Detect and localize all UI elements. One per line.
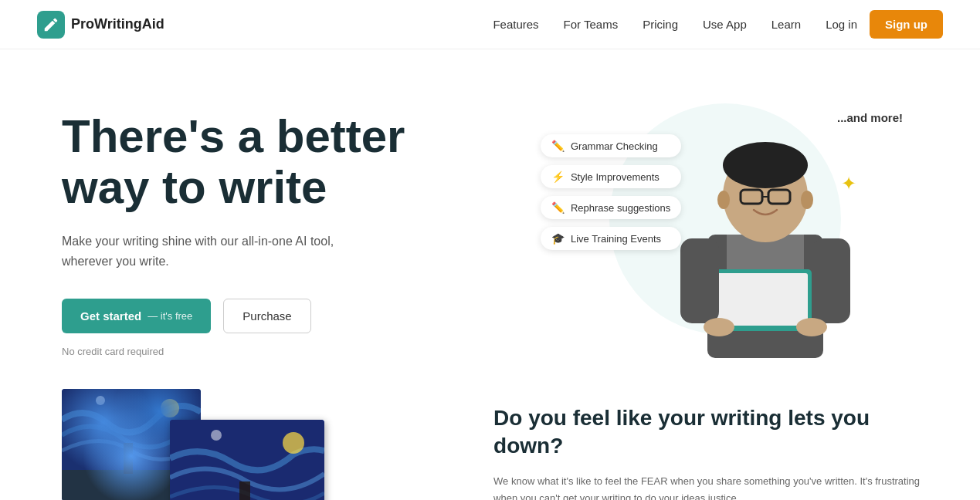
svg-rect-10 <box>812 238 850 323</box>
style-icon: ⚡ <box>551 171 565 183</box>
svg-point-12 <box>796 318 827 336</box>
signup-button[interactable]: Sign up <box>870 10 943 39</box>
svg-point-22 <box>211 430 222 441</box>
chip-training: 🎓 Live Training Events <box>541 227 681 250</box>
painting-area: My idea in my head <box>62 389 447 500</box>
svg-rect-9 <box>680 238 719 323</box>
second-content: Do you feel like your writing lets you d… <box>493 389 922 500</box>
navigation: ProWritingAid Features For Teams Pricing… <box>0 0 980 49</box>
logo-text: ProWritingAid <box>71 16 164 32</box>
chip-grammar: ✏️ Grammar Checking <box>541 134 681 157</box>
second-section: My idea in my head Do you feel like your… <box>0 389 980 500</box>
svg-rect-24 <box>239 481 250 500</box>
hero-subtitle: Make your writing shine with our all-in-… <box>62 231 371 271</box>
second-painting-svg <box>170 420 324 500</box>
svg-point-13 <box>717 191 730 209</box>
and-more-label: ...and more! <box>837 111 903 124</box>
feature-chips: ✏️ Grammar Checking ⚡ Style Improvements… <box>541 134 681 250</box>
svg-point-21 <box>283 432 304 454</box>
nav-features[interactable]: Features <box>493 18 538 31</box>
no-credit-text: No credit card required <box>62 346 533 357</box>
logo-icon <box>37 11 65 39</box>
section-body: We know what it's like to feel the FEAR … <box>493 473 922 500</box>
svg-point-17 <box>96 396 105 405</box>
nav-learn[interactable]: Learn <box>771 18 801 31</box>
get-started-button[interactable]: Get started — it's free <box>62 299 211 333</box>
svg-point-14 <box>801 191 813 209</box>
painting-stack: My idea in my head <box>62 389 332 500</box>
logo[interactable]: ProWritingAid <box>37 11 164 39</box>
login-link[interactable]: Log in <box>826 18 857 31</box>
hero-content: There's a better way to write Make your … <box>62 96 533 357</box>
svg-rect-19 <box>124 443 133 474</box>
person-svg <box>665 119 866 358</box>
person-illustration <box>665 119 866 358</box>
svg-rect-8 <box>715 273 808 326</box>
nav-for-teams[interactable]: For Teams <box>564 18 619 31</box>
nav-links: Features For Teams Pricing Use App Learn <box>493 18 801 31</box>
hero-illustration: ...and more! ✦ ✏️ Grammar Checking ⚡ Sty… <box>533 96 918 358</box>
svg-point-11 <box>704 318 734 336</box>
purchase-button[interactable]: Purchase <box>223 299 310 333</box>
hero-section: There's a better way to write Make your … <box>0 49 980 389</box>
hero-buttons: Get started — it's free Purchase <box>62 299 533 333</box>
rephrase-icon: ✏️ <box>551 201 565 214</box>
nav-pricing[interactable]: Pricing <box>643 18 678 31</box>
logo-svg <box>42 16 59 33</box>
grammar-icon: ✏️ <box>551 140 565 152</box>
hero-title: There's a better way to write <box>62 111 533 213</box>
plus-badge-icon: ✦ <box>841 173 856 194</box>
chip-style: ⚡ Style Improvements <box>541 165 681 188</box>
chip-rephrase: ✏️ Rephrase suggestions <box>541 196 681 219</box>
nav-use-app[interactable]: Use App <box>703 18 747 31</box>
painting-front: My idea in my head <box>170 420 324 500</box>
svg-point-16 <box>161 399 179 417</box>
training-icon: 🎓 <box>551 232 565 245</box>
section-title: Do you feel like your writing lets you d… <box>493 404 922 461</box>
svg-point-3 <box>723 142 808 188</box>
